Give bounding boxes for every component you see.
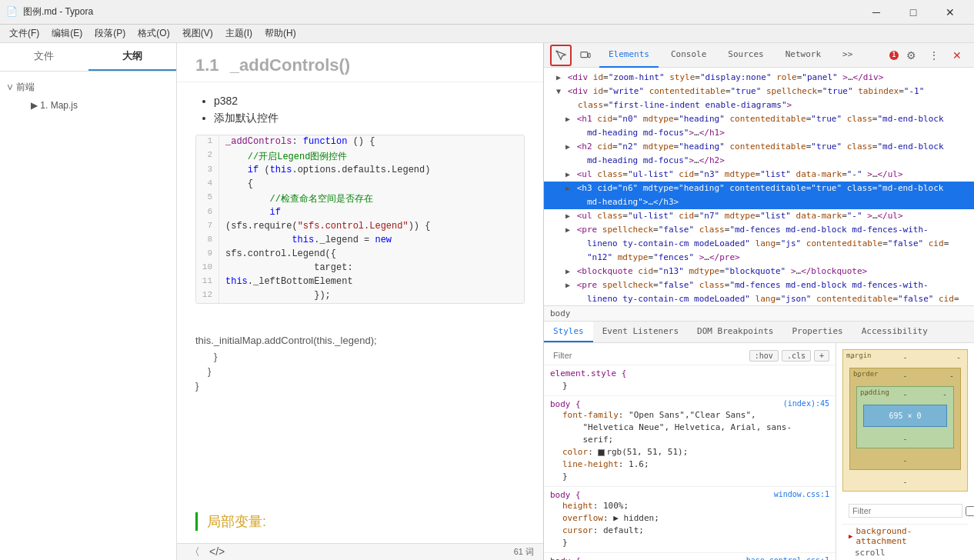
line-content-1: _addControls: function () { xyxy=(219,135,375,149)
box-border-right: - xyxy=(949,372,954,380)
code-line-1: 1 _addControls: function () { xyxy=(196,135,524,149)
computed-filter: Show all xyxy=(842,498,968,525)
line-num-5: 5 xyxy=(196,192,219,206)
style-rule-body-header: body { (index):45 xyxy=(550,399,829,409)
tab-network[interactable]: Network xyxy=(776,43,830,68)
show-all-checkbox[interactable] xyxy=(966,506,974,516)
line-num-10: 10 xyxy=(196,262,219,275)
styles-tabs: Styles Event Listeners DOM Breakpoints P… xyxy=(544,322,974,343)
styles-tab-dom-breakpoints[interactable]: DOM Breakpoints xyxy=(688,322,782,342)
bullet-item-1: p382 xyxy=(214,95,525,107)
styles-tab-accessibility[interactable]: Accessibility xyxy=(852,322,937,342)
line-num-4: 4 xyxy=(196,178,219,192)
menu-help[interactable]: 帮助(H) xyxy=(259,25,302,42)
elem-h2[interactable]: ▶ <h2 cid="n2" mdtype="heading" contente… xyxy=(544,140,974,154)
box-margin-right: - xyxy=(956,353,961,362)
tab-files[interactable]: 文件 xyxy=(0,43,88,71)
box-model-outer: margin - - - border - - xyxy=(842,349,968,492)
style-selector-body2: body { xyxy=(550,490,581,500)
line-content-10: target: xyxy=(219,262,353,275)
computed-arrow-1: ▶ xyxy=(849,532,852,540)
minimize-button[interactable]: ─ xyxy=(859,0,894,25)
nav-left-button[interactable]: 〈 xyxy=(186,545,203,559)
nav-code-button[interactable]: </> xyxy=(206,545,228,559)
style-prop-fontfamily2: "Helvetica Neue", Helvetica, Arial, sans… xyxy=(550,422,829,434)
styles-filter-input[interactable] xyxy=(550,349,746,362)
filter-hov-button[interactable]: :hov xyxy=(749,350,779,362)
elem-pre-n12-extra2: "n12" mdtype="fences" >…</pre> xyxy=(544,251,974,265)
style-prop-height: height: 100%; xyxy=(550,500,829,512)
styles-tab-event-listeners[interactable]: Event Listeners xyxy=(593,322,688,342)
code-line-2: 2 //开启Legend图例控件 xyxy=(196,149,524,164)
heading-num: 1.1 xyxy=(195,55,219,75)
more-options-button[interactable]: ⋮ xyxy=(923,45,945,66)
menu-theme[interactable]: 主题(I) xyxy=(219,25,259,42)
elem-pre-n15[interactable]: ▶ <pre spellcheck="false" class="md-fenc… xyxy=(544,278,974,292)
devtools-close-button[interactable]: ✕ xyxy=(946,45,968,66)
editor-content[interactable]: p382 添加默认控件 1 _addControls: function () … xyxy=(177,82,543,500)
style-source-base[interactable]: base-control.css:1 xyxy=(746,556,829,560)
box-border-top: - xyxy=(902,372,907,380)
styles-tab-properties[interactable]: Properties xyxy=(782,322,852,342)
elem-h1[interactable]: ▶ <h1 cid="n0" mdtype="heading" contente… xyxy=(544,112,974,126)
tree-item-mapjs[interactable]: ▶ 1. Map.js xyxy=(0,97,176,114)
tab-outline[interactable]: 大纲 xyxy=(88,43,177,71)
menu-edit[interactable]: 编辑(E) xyxy=(45,25,88,42)
box-model-content: 695 × 0 xyxy=(863,405,947,427)
elem-h3-selected[interactable]: ▶ <h3 cid="n6" mdtype="heading" contente… xyxy=(544,182,974,195)
elem-div-zoomhint[interactable]: ▶ <div id="zoom-hint" style="display:non… xyxy=(544,71,974,85)
devtools-toolbar: Elements Console Sources Network >> 1 ⚙ … xyxy=(544,43,974,68)
menu-paragraph[interactable]: 段落(P) xyxy=(88,25,132,42)
tab-elements[interactable]: Elements xyxy=(599,43,659,68)
styles-tab-styles[interactable]: Styles xyxy=(544,322,593,342)
filter-cls-button[interactable]: .cls xyxy=(782,350,811,362)
style-source-index[interactable]: (index):45 xyxy=(783,399,829,408)
inspect-element-button[interactable] xyxy=(550,45,572,66)
menu-format[interactable]: 格式(O) xyxy=(132,25,175,42)
close-button[interactable]: ✕ xyxy=(932,0,968,25)
computed-prop-background-attachment[interactable]: ▶ background-attachment xyxy=(842,525,968,548)
app-icon: 📄 xyxy=(6,6,18,18)
app-window: 📄 图例.md - Typora ─ □ ✕ 文件(F) 编辑(E) 段落(P)… xyxy=(0,0,974,560)
menu-file[interactable]: 文件(F) xyxy=(3,25,45,42)
maximize-button[interactable]: □ xyxy=(896,0,931,25)
code-line-8: 8 this._legend = new xyxy=(196,234,524,248)
tree-section-frontend[interactable]: ∨ 前端 xyxy=(0,78,176,97)
word-count: 61 词 xyxy=(514,546,534,558)
style-prop-color: color: rgb(51, 51, 51); xyxy=(550,446,829,458)
elem-ul-n3[interactable]: ▶ <ul class="ul-list" cid="n3" mdtype="l… xyxy=(544,168,974,182)
styles-list: :hov .cls + element.style { } body xyxy=(544,343,836,560)
heading-text: _addControls() xyxy=(230,55,350,75)
tab-sources[interactable]: Sources xyxy=(719,43,772,68)
elem-div-write-open[interactable]: ▼ <div id="write" contenteditable="true"… xyxy=(544,85,974,98)
line-num-3: 3 xyxy=(196,164,219,178)
elem-blockquote[interactable]: ▶ <blockquote cid="n13" mdtype="blockquo… xyxy=(544,265,974,278)
style-source-window[interactable]: window.css:1 xyxy=(774,490,829,498)
elem-h1-extra: md-heading md-focus">…</h1> xyxy=(544,126,974,140)
elem-pre-n12-extra1: lineno ty-contain-cm modeLoaded" lang="j… xyxy=(544,237,974,251)
settings-button[interactable]: ⚙ xyxy=(900,45,922,66)
filter-add-button[interactable]: + xyxy=(814,350,829,362)
tab-more[interactable]: >> xyxy=(833,43,862,68)
style-selector-element: element.style { xyxy=(550,368,829,378)
window-title: 图例.md - Typora xyxy=(23,5,859,18)
tree-arrow-mapjs: ▶ xyxy=(31,100,38,111)
line-content-9: sfs.control.Legend({ xyxy=(219,248,336,262)
style-rule-body2-close: } xyxy=(550,537,829,549)
style-rule-body1-close: } xyxy=(550,471,829,483)
device-toolbar-button[interactable] xyxy=(575,45,596,66)
tab-console[interactable]: Console xyxy=(662,43,715,68)
line-content-3: if (this.options.defaults.Legend) xyxy=(219,164,430,178)
breadcrumb[interactable]: body xyxy=(550,308,571,318)
elements-panel[interactable]: ▶ <div id="zoom-hint" style="display:non… xyxy=(544,68,974,306)
menu-view[interactable]: 视图(V) xyxy=(176,25,219,42)
elem-pre-n12[interactable]: ▶ <pre spellcheck="false" class="md-fenc… xyxy=(544,223,974,237)
line-content-5: //检查命名空间是否存在 xyxy=(219,192,373,206)
title-bar: 📄 图例.md - Typora ─ □ ✕ xyxy=(0,0,974,25)
cursor-bar xyxy=(195,512,198,531)
left-panel: 文件 大纲 ∨ 前端 ▶ 1. Map.js xyxy=(0,43,177,560)
computed-filter-input[interactable] xyxy=(849,504,962,518)
code-line-10: 10 target: xyxy=(196,262,524,275)
styles-content: :hov .cls + element.style { } body xyxy=(544,343,974,560)
elem-ul-n7[interactable]: ▶ <ul class="ul-list" cid="n7" mdtype="l… xyxy=(544,209,974,223)
